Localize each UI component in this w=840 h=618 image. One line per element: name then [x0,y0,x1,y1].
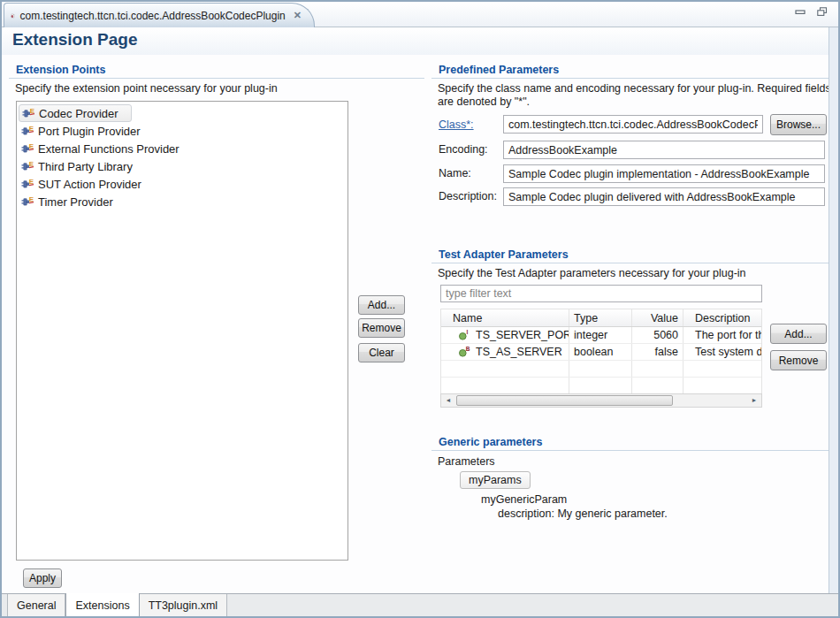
svg-text:B: B [466,346,470,352]
extension-point-icon: E [21,124,35,138]
tab-tt3plugin-xml[interactable]: TT3plugin.xml [140,594,228,616]
scroll-left-icon[interactable]: ◄ [441,394,455,407]
form-header: Extension Page [2,27,838,55]
parameters-label: Parameters [438,455,495,468]
extension-point-icon: E [21,177,35,191]
list-item-label: Third Party Library [38,160,133,173]
list-item-label: SUT Action Provider [38,178,141,191]
table-horizontal-scrollbar[interactable]: ◄ ► [440,393,762,408]
tab-general[interactable]: General [7,594,65,616]
list-item-timer-provider[interactable]: E Timer Provider [19,193,346,210]
test-adapter-description: Specify the Test Adapter parameters nece… [438,267,746,279]
list-item-codec-provider[interactable]: E Codec Provider [19,104,132,122]
extension-clear-button[interactable]: Clear [358,343,405,362]
list-item-external-functions-provider[interactable]: E External Functions Provider [19,140,346,157]
apply-button[interactable]: Apply [23,568,62,588]
view-controls [795,7,828,17]
boolean-param-icon: B [458,346,470,358]
class-link[interactable]: Class*: [439,118,474,131]
integer-param-icon: I [458,329,470,341]
table-header[interactable]: Name Type Value Description [441,309,761,327]
extension-points-list[interactable]: E Codec Provider E Port Plugin Provider … [16,101,348,561]
editor-vertical-scrollbar[interactable] [829,27,838,593]
column-header-name[interactable]: Name [441,309,569,326]
generic-param-description: description: My generic parameter. [498,507,668,520]
editor-tab[interactable]: com.testingtech.ttcn.tci.codec.AddressBo… [4,3,315,27]
extension-points-description: Specify the extension point necessary fo… [15,82,278,95]
close-icon[interactable]: ✕ [294,10,302,21]
encoding-field[interactable] [503,141,825,159]
myparams-button[interactable]: myParams [460,471,531,489]
generic-param-name: myGenericParam [481,493,567,506]
extension-point-icon: E [22,106,36,120]
test-adapter-parameters-title: Test Adapter Parameters [439,248,569,261]
page-tab-bar: General Extensions TT3plugin.xml [2,593,838,616]
section-rule [9,78,424,79]
extension-point-icon: E [21,195,35,209]
parameter-remove-button[interactable]: Remove [770,350,827,370]
section-rule [431,78,829,79]
extension-remove-button[interactable]: Remove [358,318,405,338]
description-field[interactable] [503,187,825,206]
encoding-label: Encoding: [439,143,488,156]
filter-input[interactable] [440,285,762,302]
table-empty-row[interactable] [441,378,761,394]
description-label: Description: [439,190,497,202]
list-item-label: Port Plugin Provider [38,125,141,138]
class-field[interactable] [503,115,763,134]
extension-add-button[interactable]: Add... [358,295,405,315]
editor-tab-title: com.testingtech.ttcn.tci.codec.AddressBo… [20,10,286,22]
section-rule [431,263,829,263]
name-label: Name: [439,167,471,179]
list-item-label: Codec Provider [39,107,118,120]
extension-points-title: Extension Points [16,64,105,76]
column-header-description[interactable]: Description [683,309,761,326]
predefined-parameters-description: Specify the class name and encoding nece… [438,82,832,109]
predefined-parameters-title: Predefined Parameters [439,64,559,76]
plugin-file-icon [11,9,15,23]
list-item-sut-action-provider[interactable]: E SUT Action Provider [19,175,346,193]
extension-point-icon: E [21,141,35,156]
tab-extensions[interactable]: Extensions [65,593,139,617]
parameter-add-button[interactable]: Add... [770,324,827,344]
list-item-label: External Functions Provider [38,142,179,156]
list-item-port-plugin-provider[interactable]: E Port Plugin Provider [19,122,346,140]
list-item-label: Timer Provider [38,195,113,209]
column-header-type[interactable]: Type [569,309,632,326]
table-row-ts-as-server[interactable]: B TS_AS_SERVER boolean false Test system… [441,344,761,361]
table-row-ts-server-port[interactable]: I TS_SERVER_PORT integer 5060 The port f… [441,327,761,344]
minimize-icon[interactable] [795,8,806,17]
column-header-value[interactable]: Value [632,309,683,326]
extension-point-icon: E [21,159,35,173]
list-item-third-party-library[interactable]: E Third Party Library [19,157,346,175]
browse-button[interactable]: Browse... [770,114,827,135]
scrollbar-thumb[interactable] [456,395,673,406]
scroll-right-icon[interactable]: ► [747,394,761,407]
page-title: Extension Page [12,30,138,50]
name-field[interactable] [503,164,825,183]
editor-tab-bar: com.testingtech.ttcn.tci.codec.AddressBo… [2,2,838,27]
plugin-editor-window: com.testingtech.ttcn.tci.codec.AddressBo… [0,0,840,618]
parameters-table[interactable]: Name Type Value Description I TS_SERVER_… [440,309,762,395]
table-empty-row[interactable] [441,361,761,378]
section-rule [431,450,829,451]
generic-parameters-title: Generic parameters [439,436,542,448]
svg-text:I: I [467,329,469,335]
restore-icon[interactable] [817,7,828,17]
